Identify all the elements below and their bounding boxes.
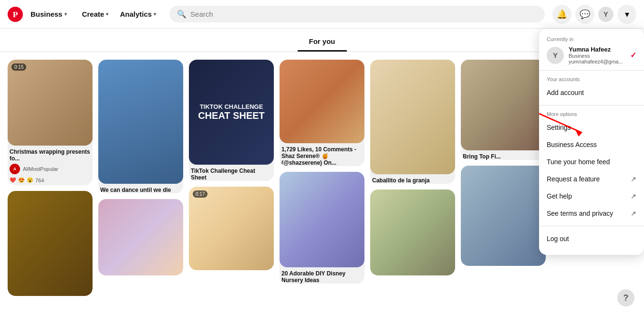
header-icons: 🔔 💬 Y ▾: [552, 5, 636, 24]
list-item[interactable]: 1,729 Likes, 10 Comments - Shaz Serene® …: [280, 60, 364, 166]
analytics-chevron-icon: ▾: [154, 11, 156, 17]
pinterest-logo-icon: P: [8, 7, 23, 22]
pin-col-1: 0:15 Christmas wrapping presents fo... A…: [8, 60, 93, 296]
notification-button[interactable]: 🔔: [552, 5, 571, 24]
currently-in-label: Currently in: [547, 36, 636, 42]
like-icon: ❤️: [10, 177, 16, 183]
pin-col-6: Bring Top Fi...: [461, 60, 546, 296]
check-icon: ✓: [630, 51, 636, 60]
business-chevron-icon: ▾: [64, 11, 67, 17]
your-accounts-label: Your accounts: [539, 74, 644, 84]
pin-title: 1,729 Likes, 10 Comments - Shaz Serene® …: [280, 143, 364, 166]
likes-row: ❤️ 😍 😮 764: [8, 176, 93, 185]
pin-col-2: We can dance until we die: [98, 60, 183, 296]
external-link-icon: ↗: [631, 175, 636, 183]
account-name: Yumna Hafeez: [569, 46, 625, 53]
search-bar[interactable]: 🔍: [169, 6, 545, 22]
list-item[interactable]: [98, 199, 183, 275]
account-dropdown: Currently in Y Yumna Hafeez Business yum…: [539, 29, 644, 255]
add-account-button[interactable]: Add account: [539, 84, 644, 101]
account-info: Yumna Hafeez Business yumnahafeez4@gma..…: [569, 46, 625, 64]
settings-item[interactable]: Settings: [539, 119, 644, 136]
tune-home-feed-item[interactable]: Tune your home feed: [539, 153, 644, 170]
list-item[interactable]: [8, 191, 93, 296]
more-options-section: More options Settings Business Access Tu…: [539, 105, 644, 226]
external-link-icon: ↗: [631, 192, 636, 200]
search-input[interactable]: [190, 10, 537, 18]
terms-privacy-item[interactable]: See terms and privacy ↗: [539, 205, 644, 222]
list-item[interactable]: [370, 190, 455, 275]
emoji2-icon: 😮: [27, 177, 33, 183]
search-icon: 🔍: [177, 10, 187, 19]
account-chevron-icon: ▾: [625, 9, 629, 20]
pin-title: Christmas wrapping presents fo...: [8, 146, 93, 162]
account-email: yumnahafeez4@gma...: [569, 59, 625, 64]
pin-title: Caballito de la granja: [370, 174, 455, 184]
list-item[interactable]: 0:17: [189, 187, 274, 270]
pin-title: Bring Top Fi...: [461, 150, 546, 160]
get-help-item[interactable]: Get help ↗: [539, 188, 644, 205]
pin-col-5: Caballito de la granja: [370, 60, 455, 296]
nav-business[interactable]: Business ▾: [25, 6, 73, 22]
video-duration-badge: 0:15: [11, 63, 26, 71]
help-button[interactable]: ?: [617, 289, 634, 306]
user-name: AllMostPopular: [23, 166, 58, 172]
svg-text:P: P: [13, 9, 18, 19]
pin-title: TikTok Challenge Cheat Sheet: [189, 165, 274, 181]
avatar: Y: [547, 47, 564, 64]
request-feature-item[interactable]: Request a feature ↗: [539, 170, 644, 188]
external-link-icon: ↗: [631, 210, 636, 217]
messages-button[interactable]: 💬: [575, 5, 594, 24]
list-item[interactable]: Bring Top Fi...: [461, 60, 546, 160]
list-item[interactable]: TIKTOK CHALLENGECHEAT SHEET TikTok Chall…: [189, 60, 274, 181]
pin-title: 20 Adorable DIY Disney Nursery Ideas: [280, 267, 364, 284]
likes-count: 764: [35, 178, 44, 183]
pin-title: We can dance until we die: [98, 184, 183, 193]
header: P Business ▾ Create ▾ Analytics ▾ 🔍 🔔 💬 …: [0, 0, 644, 29]
your-accounts-section: Your accounts Add account: [539, 71, 644, 105]
account-chevron-button[interactable]: ▾: [617, 5, 636, 24]
messages-icon: 💬: [580, 9, 590, 20]
business-access-item[interactable]: Business Access: [539, 136, 644, 153]
video-duration-badge: 0:17: [193, 190, 208, 198]
list-item[interactable]: Caballito de la granja: [370, 60, 455, 184]
pin-col-3: TIKTOK CHALLENGECHEAT SHEET TikTok Chall…: [189, 60, 274, 296]
create-chevron-icon: ▾: [106, 11, 108, 17]
more-options-label: More options: [539, 109, 644, 119]
account-row: Y Yumna Hafeez Business yumnahafeez4@gma…: [547, 46, 636, 64]
account-type: Business: [569, 53, 625, 59]
list-item[interactable]: We can dance until we die: [98, 60, 183, 193]
nav-create[interactable]: Create ▾: [76, 6, 114, 22]
dropdown-header: Currently in Y Yumna Hafeez Business yum…: [539, 36, 644, 71]
pin-col-4: 1,729 Likes, 10 Comments - Shaz Serene® …: [280, 60, 364, 296]
notification-icon: 🔔: [557, 9, 567, 20]
pin-user-row: A AllMostPopular: [8, 162, 93, 176]
avatar: A: [10, 164, 20, 174]
nav-analytics[interactable]: Analytics ▾: [114, 6, 162, 22]
list-item[interactable]: [461, 166, 546, 266]
logo-area[interactable]: P Business ▾: [8, 6, 73, 22]
user-avatar-button[interactable]: Y: [598, 7, 613, 22]
logout-button[interactable]: Log out: [539, 230, 644, 247]
tab-for-you[interactable]: For you: [298, 32, 347, 52]
dropdown-bottom: Log out: [539, 226, 644, 251]
list-item[interactable]: 0:15 Christmas wrapping presents fo... A…: [8, 60, 93, 185]
emoji-icon: 😍: [18, 177, 25, 183]
list-item[interactable]: 20 Adorable DIY Disney Nursery Ideas: [280, 172, 364, 284]
